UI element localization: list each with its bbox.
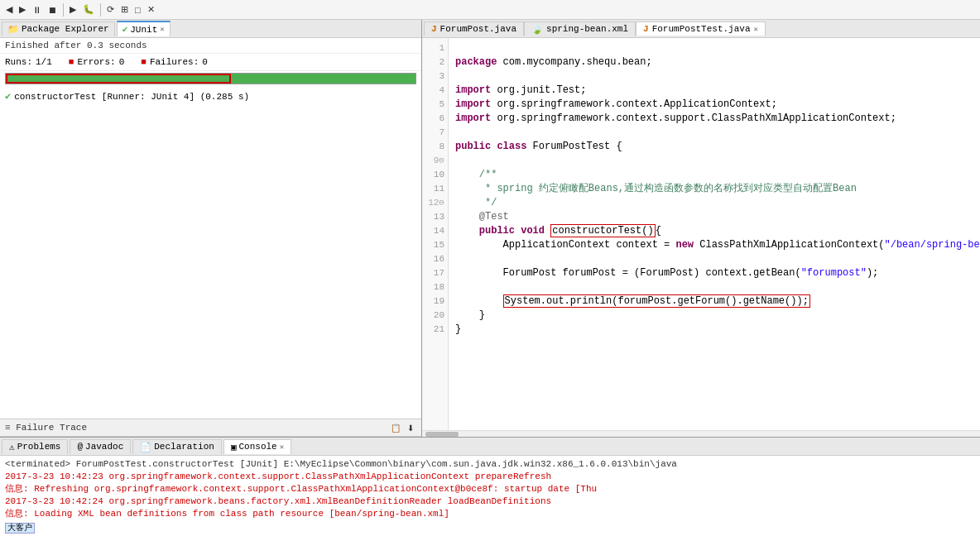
console-tab-close[interactable]: ✕ xyxy=(280,443,284,452)
left-tabs: 📁 Package Explorer ✔ JUnit ✕ xyxy=(0,20,421,38)
junit-panel: Finished after 0.3 seconds Runs: 1/1 ■ E… xyxy=(0,38,421,437)
toolbar-btn-prev[interactable]: ◀ xyxy=(3,3,15,16)
java-icon-2: J xyxy=(643,24,649,34)
console-area: <terminated> ForumPostTest.constructorTe… xyxy=(0,456,980,536)
forum-post-test-tab-close[interactable]: ✕ xyxy=(754,25,758,34)
tab-package-explorer-label: Package Explorer xyxy=(22,24,109,34)
editor-tabs: J ForumPost.java 🍃 spring-bean.xml J For… xyxy=(422,20,980,38)
failure-trace-btn-1[interactable]: 📋 xyxy=(388,423,403,433)
toolbar-btn-run[interactable]: ▶ xyxy=(67,3,79,16)
tab-javadoc-label: Javadoc xyxy=(85,442,123,452)
right-panel: J ForumPost.java 🍃 spring-bean.xml J For… xyxy=(422,20,980,437)
runs-value: 1/1 xyxy=(36,57,52,67)
tab-forum-post-java[interactable]: J ForumPost.java xyxy=(424,22,524,36)
console-icon: ▣ xyxy=(231,442,237,452)
console-tag: 大客户 xyxy=(5,523,35,534)
main-layout: 📁 Package Explorer ✔ JUnit ✕ Finished af… xyxy=(0,20,980,437)
junit-spacer xyxy=(0,105,421,419)
bottom-tabs: ⚠ Problems @ Javadoc 📄 Declaration ▣ Con… xyxy=(0,438,980,456)
console-tag-container: 大客户 xyxy=(5,522,975,534)
tab-console[interactable]: ▣ Console ✕ xyxy=(223,439,291,454)
tab-javadoc[interactable]: @ Javadoc xyxy=(70,439,131,453)
problems-icon: ⚠ xyxy=(9,442,15,452)
tab-spring-bean-xml[interactable]: 🍃 spring-bean.xml xyxy=(524,22,636,36)
editor-scrollbar[interactable] xyxy=(422,430,980,437)
junit-stats: Runs: 1/1 ■ Errors: 0 ■ Failures: 0 xyxy=(0,54,421,71)
failure-trace-icons: 📋 ⬇ xyxy=(388,423,416,433)
stat-errors: ■ Errors: 0 xyxy=(69,57,124,67)
console-line-3: 2017-3-23 10:42:24 org.springframework.b… xyxy=(5,495,975,508)
toolbar-btn-pause[interactable]: ⏸ xyxy=(30,4,44,16)
junit-icon: ✔ xyxy=(122,24,128,35)
line-numbers: 1 2 3 4 5 6 7 8 9⊖ 10 11 12⊖ 13 14 15 16… xyxy=(422,38,449,430)
toolbar-btn-next[interactable]: ▶ xyxy=(17,3,28,16)
console-line-1: 2017-3-23 10:42:23 org.springframework.c… xyxy=(5,471,975,483)
toolbar-btn-refresh[interactable]: ⟳ xyxy=(104,3,117,16)
errors-value: 0 xyxy=(119,57,125,67)
toolbar-btn-grid[interactable]: ⊞ xyxy=(118,3,131,16)
code-content[interactable]: package com.mycompany.shequ.bean; import… xyxy=(449,38,980,430)
tab-package-explorer[interactable]: 📁 Package Explorer xyxy=(2,22,115,36)
failure-trace-panel: ≡ Failure Trace 📋 ⬇ xyxy=(0,419,421,437)
toolbar-sep-1 xyxy=(63,3,64,17)
failure-trace-label: ≡ Failure Trace xyxy=(5,423,87,433)
failures-value: 0 xyxy=(202,57,208,67)
tab-problems[interactable]: ⚠ Problems xyxy=(2,439,68,454)
failures-label: Failures: xyxy=(150,57,199,67)
tab-forum-post-java-label: ForumPost.java xyxy=(440,24,516,34)
runs-label: Runs: xyxy=(5,57,32,67)
console-terminated-line: <terminated> ForumPostTest.constructorTe… xyxy=(5,458,975,471)
junit-status-text: Finished after 0.3 seconds xyxy=(5,41,147,50)
test-item-label: constructorTest [Runner: JUnit 4] (0.285… xyxy=(14,92,249,102)
failure-trace-btn-2[interactable]: ⬇ xyxy=(405,423,416,433)
tab-declaration-label: Declaration xyxy=(154,442,214,452)
editor-scrollbar-thumb[interactable] xyxy=(425,432,459,437)
tab-spring-bean-xml-label: spring-bean.xml xyxy=(546,24,628,34)
xml-icon: 🍃 xyxy=(531,24,543,35)
failure-icon: ■ xyxy=(141,57,147,67)
toolbar-btn-close-all[interactable]: ✕ xyxy=(145,3,157,16)
tab-forum-post-test-java[interactable]: J ForumPostTest.java ✕ xyxy=(636,22,766,36)
java-icon-1: J xyxy=(431,24,437,34)
test-item[interactable]: ✔ constructorTest [Runner: JUnit 4] (0.2… xyxy=(0,88,421,105)
toolbar-sep-2 xyxy=(100,3,101,17)
progress-bar-container xyxy=(5,73,416,84)
editor-area: 1 2 3 4 5 6 7 8 9⊖ 10 11 12⊖ 13 14 15 16… xyxy=(422,38,980,430)
stat-failures: ■ Failures: 0 xyxy=(141,57,208,67)
error-icon: ■ xyxy=(69,57,74,67)
tab-junit-label: JUnit xyxy=(130,25,157,35)
toolbar-btn-stop[interactable]: ⏹ xyxy=(46,4,60,16)
tab-problems-label: Problems xyxy=(17,442,61,452)
console-line-2: 信息: Refreshing org.springframework.conte… xyxy=(5,483,975,495)
tab-declaration[interactable]: 📄 Declaration xyxy=(132,439,222,454)
left-panel: 📁 Package Explorer ✔ JUnit ✕ Finished af… xyxy=(0,20,422,437)
declaration-icon: 📄 xyxy=(140,442,151,452)
toolbar-btn-debug[interactable]: 🐛 xyxy=(80,3,97,16)
javadoc-icon: @ xyxy=(77,442,83,452)
toolbar-btn-window[interactable]: □ xyxy=(132,4,143,16)
progress-bar-fill xyxy=(6,74,416,84)
package-explorer-icon: 📁 xyxy=(7,24,19,35)
junit-tab-close[interactable]: ✕ xyxy=(160,25,164,34)
tab-junit[interactable]: ✔ JUnit ✕ xyxy=(117,21,171,36)
test-pass-icon: ✔ xyxy=(5,90,11,103)
tab-console-label: Console xyxy=(239,442,277,452)
stat-runs: Runs: 1/1 xyxy=(5,57,52,67)
tab-forum-post-test-java-label: ForumPostTest.java xyxy=(652,24,751,34)
errors-label: Errors: xyxy=(77,57,115,67)
bottom-panel: ⚠ Problems @ Javadoc 📄 Declaration ▣ Con… xyxy=(0,437,980,536)
top-toolbar: ◀ ▶ ⏸ ⏹ ▶ 🐛 ⟳ ⊞ □ ✕ xyxy=(0,0,980,20)
console-line-4: 信息: Loading XML bean definitions from cl… xyxy=(5,508,975,520)
junit-status: Finished after 0.3 seconds xyxy=(0,38,421,54)
